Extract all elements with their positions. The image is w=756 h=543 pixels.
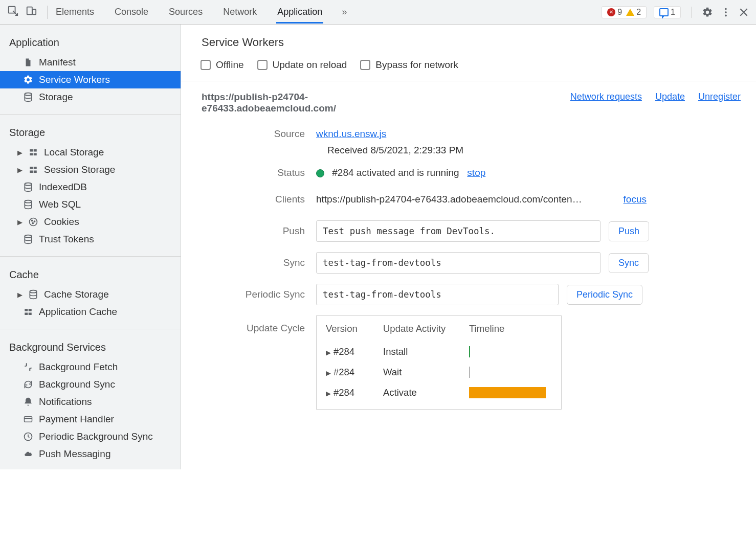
- sidebar-item-service-workers[interactable]: Service Workers: [0, 71, 181, 88]
- section-title-application: Application: [0, 34, 181, 54]
- messages-badges[interactable]: 1: [654, 6, 681, 18]
- sidebar-item-application-cache[interactable]: Application Cache: [0, 303, 181, 321]
- label-update-cycle: Update Cycle: [202, 315, 316, 334]
- sidebar-item-websql[interactable]: Web SQL: [0, 196, 181, 213]
- svg-point-20: [32, 222, 33, 223]
- cycle-row[interactable]: ▶#284 Activate: [326, 382, 552, 403]
- sidebar-item-local-storage[interactable]: ▶ Local Storage: [0, 144, 181, 161]
- link-stop[interactable]: stop: [467, 167, 485, 178]
- section-title-storage: Storage: [0, 124, 181, 144]
- sidebar-item-cache-storage[interactable]: ▶ Cache Storage: [0, 286, 181, 303]
- section-title-cache: Cache: [0, 266, 181, 286]
- sidebar-item-notifications[interactable]: Notifications: [0, 393, 181, 411]
- svg-rect-1: [27, 7, 32, 15]
- push-input[interactable]: [316, 220, 601, 242]
- section-title-background: Background Services: [0, 338, 181, 358]
- sidebar-item-background-sync[interactable]: Background Sync: [0, 376, 181, 393]
- svg-rect-23: [25, 309, 28, 311]
- device-toggle-icon[interactable]: [26, 5, 37, 19]
- chevron-right-icon: ▶: [326, 369, 333, 377]
- grid-icon: [23, 306, 34, 318]
- database-icon: [23, 92, 34, 103]
- sw-source-link[interactable]: wknd.us.ensw.js: [316, 128, 386, 139]
- checkbox-bypass[interactable]: Bypass for network: [360, 59, 458, 71]
- errors-badge[interactable]: ✕ 9: [605, 8, 624, 17]
- status-dot-icon: [316, 169, 324, 177]
- svg-rect-9: [30, 153, 33, 156]
- more-tabs-icon[interactable]: »: [342, 7, 347, 17]
- cycle-row[interactable]: ▶#284 Install: [326, 342, 552, 362]
- push-button[interactable]: Push: [609, 221, 649, 241]
- checkbox-update-on-reload[interactable]: Update on reload: [257, 59, 347, 71]
- sync-input[interactable]: [316, 252, 601, 274]
- checkbox-icon[interactable]: [360, 60, 370, 70]
- sidebar-item-label: Session Storage: [44, 164, 115, 175]
- sidebar-item-storage[interactable]: Storage: [0, 88, 181, 106]
- sidebar-item-periodic-sync[interactable]: Periodic Background Sync: [0, 428, 181, 445]
- sidebar-item-label: Notifications: [39, 396, 92, 408]
- svg-rect-27: [25, 417, 32, 422]
- label-status: Status: [202, 167, 316, 178]
- sidebar-item-payment-handler[interactable]: Payment Handler: [0, 411, 181, 428]
- inspect-icon[interactable]: [7, 5, 18, 19]
- svg-point-22: [30, 290, 36, 293]
- sidebar-item-session-storage[interactable]: ▶ Session Storage: [0, 161, 181, 178]
- tab-network[interactable]: Network: [222, 1, 258, 24]
- warnings-badge[interactable]: 2: [624, 8, 643, 17]
- svg-rect-7: [30, 149, 33, 152]
- sidebar-item-trust-tokens[interactable]: Trust Tokens: [0, 231, 181, 248]
- cloud-icon: [23, 448, 34, 460]
- database-icon: [23, 234, 34, 245]
- sync-button[interactable]: Sync: [609, 253, 649, 273]
- settings-icon[interactable]: [702, 7, 713, 18]
- sidebar-item-indexeddb[interactable]: IndexedDB: [0, 178, 181, 196]
- periodic-sync-button[interactable]: Periodic Sync: [567, 285, 642, 305]
- errors-count: 9: [617, 8, 622, 17]
- sync-icon: [23, 379, 34, 390]
- card-icon: [23, 414, 34, 425]
- devtools-tabs: Elements Console Sources Network Applica…: [55, 1, 602, 24]
- svg-point-5: [725, 14, 727, 16]
- tab-console[interactable]: Console: [114, 1, 149, 24]
- client-url: https://publish-p24704-e76433.adobeaemcl…: [316, 194, 618, 205]
- svg-rect-25: [25, 313, 28, 315]
- checkbox-offline[interactable]: Offline: [201, 59, 244, 71]
- svg-point-15: [25, 183, 31, 186]
- grid-icon: [28, 164, 39, 175]
- sidebar-item-label: Cache Storage: [44, 289, 109, 300]
- close-devtools-icon[interactable]: [739, 7, 749, 17]
- cycle-activity: Wait: [383, 367, 469, 378]
- sidebar-item-push-messaging[interactable]: Push Messaging: [0, 445, 181, 463]
- cycle-activity: Install: [383, 346, 469, 357]
- link-network-requests[interactable]: Network requests: [570, 92, 642, 102]
- more-menu-icon[interactable]: [720, 7, 731, 18]
- timeline-bar: [469, 346, 470, 357]
- link-unregister[interactable]: Unregister: [698, 92, 741, 102]
- application-sidebar: Application Manifest Service Workers: [0, 25, 181, 469]
- timeline-bar: [469, 367, 470, 378]
- svg-point-19: [34, 221, 35, 222]
- svg-rect-12: [34, 167, 37, 169]
- sidebar-item-manifest[interactable]: Manifest: [0, 54, 181, 71]
- sidebar-item-cookies[interactable]: ▶ Cookies: [0, 213, 181, 231]
- sw-origin-url: https://publish-p24704-e76433.adobeaemcl…: [202, 92, 427, 114]
- checkbox-label: Update on reload: [273, 59, 347, 71]
- tab-application[interactable]: Application: [276, 1, 323, 24]
- cycle-row[interactable]: ▶#284 Wait: [326, 362, 552, 382]
- main-panel: Service Workers Offline Update on reload…: [181, 25, 756, 469]
- periodic-sync-input[interactable]: [316, 284, 559, 305]
- svg-rect-11: [30, 167, 33, 169]
- status-badges[interactable]: ✕ 9 2: [602, 6, 647, 18]
- tab-elements[interactable]: Elements: [55, 1, 95, 24]
- link-update[interactable]: Update: [655, 92, 685, 102]
- link-focus[interactable]: focus: [624, 194, 647, 205]
- devtools-toolbar: Elements Console Sources Network Applica…: [0, 0, 756, 25]
- svg-point-6: [25, 93, 31, 96]
- grid-icon: [28, 147, 39, 158]
- gear-icon: [23, 74, 34, 85]
- checkbox-icon[interactable]: [201, 60, 211, 70]
- sidebar-item-background-fetch[interactable]: Background Fetch: [0, 358, 181, 376]
- messages-badge[interactable]: 1: [657, 8, 677, 17]
- tab-sources[interactable]: Sources: [168, 1, 204, 24]
- checkbox-icon[interactable]: [257, 60, 268, 70]
